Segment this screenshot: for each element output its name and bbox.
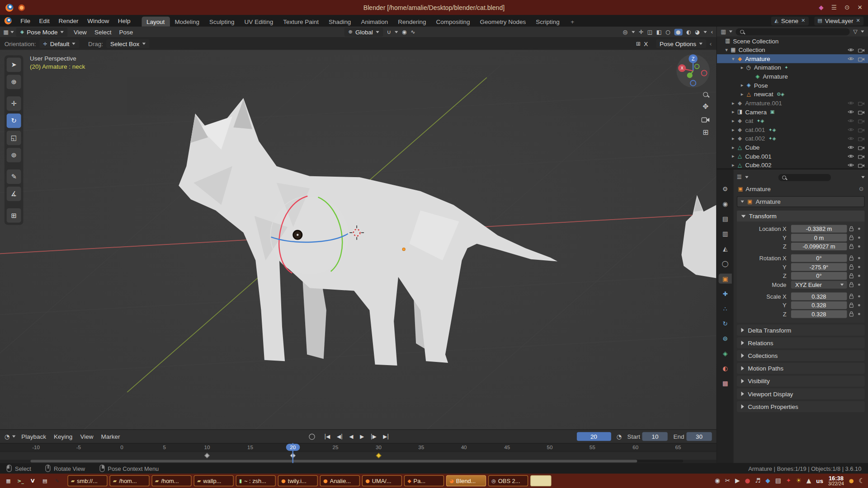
tab-data[interactable]: ◈ <box>718 348 731 358</box>
rotate-gizmo[interactable] <box>270 196 349 275</box>
outliner-row[interactable]: ▸ △ Cube <box>717 143 868 152</box>
outliner-row[interactable]: ▸ ◨ Camera ▣ <box>717 108 868 117</box>
jump-end-button[interactable]: ▶| <box>380 433 392 441</box>
current-frame-field[interactable]: 20 <box>576 432 611 441</box>
tab-tool[interactable]: ⚙ <box>718 184 731 194</box>
disable-render-camera-icon[interactable] <box>858 145 865 150</box>
timeline-menu[interactable]: View <box>76 432 97 441</box>
tool-orientation-dropdown[interactable]: ✛ Default <box>39 39 80 48</box>
view-layer-unlink-icon[interactable]: ✕ <box>856 18 860 23</box>
lock-icon[interactable] <box>847 311 856 316</box>
lock-icon[interactable] <box>847 273 856 278</box>
hide-eye-icon[interactable] <box>848 101 854 105</box>
zoom-icon[interactable] <box>703 92 708 97</box>
do-not-disturb-moon-icon[interactable]: ☾ <box>859 478 864 484</box>
outliner-row[interactable]: ▸ ◆ cat.001 ✦◈ <box>717 125 868 134</box>
tray-icon-audio[interactable]: ♬ <box>755 478 760 483</box>
workspace-tab[interactable]: Compositing <box>431 16 475 26</box>
tray-icon-weather[interactable]: ☀ <box>796 478 802 483</box>
outliner-row[interactable]: ▾ ◆ Armature <box>717 54 868 63</box>
taskbar-window-button[interactable]: ▰ wallp... <box>194 475 234 487</box>
view-layer-selector[interactable]: ▤ ViewLayer ✕ <box>814 16 863 25</box>
timeline-editor-caret-icon[interactable] <box>12 436 15 438</box>
outliner-editor-caret-icon[interactable] <box>729 30 732 33</box>
animate-dot[interactable] <box>856 295 863 297</box>
hide-eye-icon[interactable] <box>848 127 854 132</box>
viewport-canvas[interactable] <box>0 50 716 429</box>
lock-icon[interactable] <box>847 302 856 308</box>
filter-funnel-icon[interactable]: ▽ <box>853 29 857 34</box>
properties-section-header[interactable]: Relations <box>737 338 865 349</box>
menu-item[interactable]: File <box>16 16 35 25</box>
jump-start-button[interactable]: |◀ <box>321 433 333 441</box>
value-field[interactable]: 0.328 <box>791 310 847 318</box>
header-collapse-icon[interactable]: ‹ <box>711 29 713 34</box>
lock-icon[interactable] <box>847 264 856 269</box>
outliner-item-label[interactable]: newcat <box>754 91 774 98</box>
workspace-tab[interactable]: Geometry Nodes <box>475 16 531 26</box>
breadcrumb-object[interactable]: Armature <box>745 186 770 192</box>
taskbar-window-button[interactable]: ◕ Blend... <box>446 475 486 487</box>
value-field[interactable]: 0 m <box>791 234 847 241</box>
disable-render-camera-icon[interactable] <box>858 109 865 114</box>
outliner-row[interactable]: ▸ △ Cube.002 <box>717 161 868 169</box>
taskbar-window-button[interactable]: ▰ /hom... <box>152 475 192 487</box>
menu-item[interactable]: Edit <box>35 16 54 25</box>
tab-view-layer[interactable]: ▥ <box>718 229 731 239</box>
value-field[interactable]: XYZ Euler <box>791 281 847 288</box>
tool-rotate[interactable]: ↻ <box>7 113 21 128</box>
editor-type-caret-icon[interactable] <box>11 31 14 33</box>
snap-caret-icon[interactable] <box>395 31 398 33</box>
timeline-menu[interactable]: Keying <box>50 432 76 441</box>
expand-arrow-icon[interactable]: ▸ <box>730 100 736 105</box>
taskbar-window-button[interactable]: ▰ /hom... <box>109 475 149 487</box>
properties-section-header[interactable]: Viewport Display <box>737 388 865 399</box>
properties-editor-caret-icon[interactable] <box>745 176 748 178</box>
disable-render-camera-icon[interactable] <box>858 154 865 159</box>
tab-particles[interactable]: ∴ <box>718 304 731 314</box>
disable-render-camera-icon[interactable] <box>858 127 865 132</box>
overlays-toggle-icon[interactable]: ◫ <box>647 29 653 34</box>
animate-dot[interactable] <box>856 266 863 268</box>
tool-measure[interactable]: ∡ <box>7 187 21 201</box>
taskbar-window-button[interactable]: ● twily.i... <box>278 475 318 487</box>
value-field[interactable]: 0.328 <box>791 292 847 300</box>
disable-render-camera-icon[interactable] <box>858 163 865 168</box>
timeline-scrollbar[interactable] <box>30 460 683 462</box>
expand-arrow-icon[interactable]: ▸ <box>730 127 736 132</box>
properties-section-header[interactable]: Custom Properties <box>737 401 865 413</box>
tray-icon-network[interactable]: ▤ <box>775 478 781 483</box>
animate-dot[interactable] <box>856 274 863 277</box>
outliner-item-label[interactable]: Armature <box>745 56 770 62</box>
mirror-grid-icon[interactable]: ⊞ <box>636 41 641 47</box>
tab-object[interactable]: ▣ <box>718 274 731 284</box>
outliner-row[interactable]: ▸ ◆ Armature.001 <box>717 99 868 108</box>
shading-material-icon[interactable]: ◐ <box>686 29 691 34</box>
proportional-edit-icon[interactable]: ◉ <box>402 29 407 34</box>
outliner-item-label[interactable]: Cube.002 <box>745 162 771 169</box>
workspace-tab[interactable]: Scripting <box>531 16 564 26</box>
pose-options-dropdown[interactable]: Pose Options <box>656 39 706 48</box>
tool-move[interactable]: ✛ <box>7 96 21 111</box>
frame-end-field[interactable]: 30 <box>686 432 712 441</box>
scene-selector[interactable]: ◭ Scene ✕ <box>771 16 809 25</box>
prev-keyframe-button[interactable]: ◀| <box>334 433 345 441</box>
tool-transform[interactable]: ⊚ <box>7 148 21 162</box>
viewport-menu[interactable]: View <box>70 28 90 37</box>
timeline-menu[interactable]: Marker <box>97 432 124 441</box>
outliner-item-label[interactable]: Armature.001 <box>745 100 782 107</box>
gizmos-toggle-icon[interactable]: ✛ <box>639 29 643 34</box>
hide-eye-icon[interactable] <box>848 145 854 150</box>
tab-scene[interactable]: ◭ <box>718 244 731 253</box>
taskbar-window-button[interactable]: ● Analie... <box>320 475 360 487</box>
camera-view-icon[interactable] <box>701 116 709 122</box>
outliner-item-label[interactable]: Animation <box>754 64 781 71</box>
tool-cursor[interactable]: ⊕ <box>7 75 21 89</box>
outliner-row[interactable]: ▸ ◈ Pose <box>717 81 868 90</box>
play-button[interactable]: ▶ <box>357 433 367 441</box>
outliner-row[interactable]: ▥ Scene Collection <box>717 37 868 46</box>
hide-eye-icon[interactable] <box>848 163 854 167</box>
disable-render-camera-icon[interactable] <box>858 100 865 105</box>
tab-modifiers[interactable]: ✚ <box>718 289 731 299</box>
value-field[interactable]: 0° <box>791 272 847 279</box>
